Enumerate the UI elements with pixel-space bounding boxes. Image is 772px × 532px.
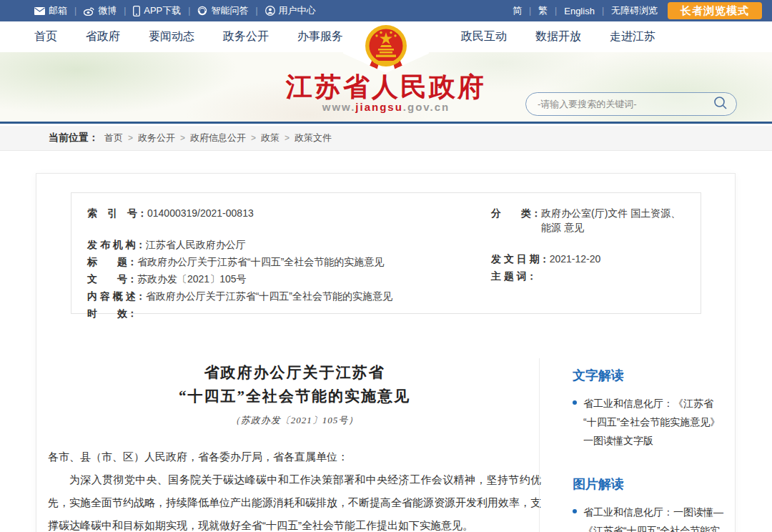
meta-label: 分 类： bbox=[491, 206, 541, 235]
breadcrumb-home[interactable]: 首页 bbox=[104, 132, 123, 144]
smart-qa-link[interactable]: 智能问答 bbox=[197, 4, 248, 17]
sidebar: 文字解读 省工业和信息化厅：《江苏省“十四五”全社会节能实施意见》一图读懂文字版… bbox=[573, 367, 726, 532]
breadcrumb-label: 当前位置： bbox=[49, 132, 99, 144]
search-icon bbox=[713, 96, 728, 112]
weibo-icon bbox=[84, 6, 94, 16]
accessibility-link[interactable]: 无障碍浏览 bbox=[611, 4, 658, 17]
meta-label: 标 题： bbox=[87, 255, 137, 269]
separator: | bbox=[529, 6, 531, 16]
search-input[interactable] bbox=[538, 99, 713, 109]
breadcrumb-policy-docs[interactable]: 政策文件 bbox=[295, 132, 332, 144]
chat-robot-icon bbox=[197, 6, 207, 16]
article-paragraph-salutation: 各市、县（市、区）人民政府，省各委办厅局，省各直属单位： bbox=[48, 445, 541, 468]
sidebar-link-text: 省工业和信息化厅：一图读懂—《江苏省“十四五”全社会节能实施意见》 bbox=[583, 503, 726, 532]
sidebar-section-title[interactable]: 图片解读 bbox=[573, 476, 726, 493]
site-url-domain: jiangsu bbox=[355, 101, 403, 113]
meta-value: 省政府办公厅关于江苏省“十四五”全社会节能的实施意见 bbox=[146, 289, 392, 303]
nav-item-news[interactable]: 要闻动态 bbox=[149, 29, 194, 44]
article-title: 省政府办公厅关于江苏省 “十四五”全社会节能的实施意见 bbox=[48, 361, 541, 408]
meta-row-category: 分 类： 政府办公室(厅)文件 国土资源、能源 意见 bbox=[491, 206, 688, 235]
meta-row-validity: 时 效： bbox=[87, 306, 473, 320]
separator: | bbox=[602, 6, 604, 16]
meta-value: 江苏省人民政府办公厅 bbox=[146, 237, 246, 252]
meta-row-issuer: 发 布 机 构： 江苏省人民政府办公厅 bbox=[87, 237, 473, 252]
meta-row-summary: 内 容 概 述： 省政府办公厅关于江苏省“十四五”全社会节能的实施意见 bbox=[87, 289, 473, 303]
meta-value: 014000319/2021-00813 bbox=[147, 206, 254, 220]
nav-item-gov-affairs[interactable]: 政务公开 bbox=[223, 29, 269, 44]
nav-right-group: 政民互动 数据开放 走进江苏 bbox=[461, 21, 655, 52]
sidebar-section-title[interactable]: 文字解读 bbox=[573, 367, 726, 384]
separator: | bbox=[188, 6, 190, 16]
separator: | bbox=[74, 6, 76, 16]
search-button[interactable] bbox=[713, 96, 728, 112]
breadcrumb-info-disclosure[interactable]: 政府信息公开 bbox=[190, 132, 246, 144]
mail-label: 邮箱 bbox=[49, 4, 67, 17]
breadcrumb-separator: > bbox=[251, 133, 256, 143]
mail-icon bbox=[34, 7, 45, 15]
sidebar-section-image-interpretation: 图片解读 省工业和信息化厅：一图读懂—《江苏省“十四五”全社会节能实施意见》 bbox=[573, 476, 726, 532]
meta-row-index-no: 索 引 号： 014000319/2021-00813 bbox=[87, 206, 473, 220]
national-emblem-icon bbox=[362, 21, 410, 73]
document-meta-box: 索 引 号： 014000319/2021-00813 发 布 机 构： 江苏省… bbox=[71, 192, 701, 314]
sidebar-section-text-interpretation: 文字解读 省工业和信息化厅：《江苏省“十四五”全社会节能实施意见》一图读懂文字版 bbox=[573, 367, 726, 450]
article: 省政府办公厅关于江苏省 “十四五”全社会节能的实施意见 （苏政办发〔2021〕1… bbox=[48, 361, 541, 532]
meta-left-column: 索 引 号： 014000319/2021-00813 发 布 机 构： 江苏省… bbox=[87, 206, 473, 323]
meta-row-title: 标 题： 省政府办公厅关于江苏省“十四五”全社会节能的实施意见 bbox=[87, 255, 473, 269]
meta-row-doc-number: 文 号： 苏政办发〔2021〕105号 bbox=[87, 272, 473, 286]
nav-item-interaction[interactable]: 政民互动 bbox=[461, 29, 507, 44]
nav-left-group: 首页 省政府 要闻动态 政务公开 办事服务 bbox=[34, 21, 343, 52]
phone-icon bbox=[133, 6, 140, 16]
page: 邮箱 | 微博 | APP下载 | 智能问答 | 用户中心 bbox=[0, 0, 772, 532]
separator: | bbox=[124, 6, 126, 16]
breadcrumb-gov-affairs[interactable]: 政务公开 bbox=[138, 132, 175, 144]
meta-label: 索 引 号： bbox=[87, 206, 147, 220]
lang-traditional[interactable]: 繁 bbox=[538, 4, 548, 17]
sidebar-link-item[interactable]: 省工业和信息化厅：《江苏省“十四五”全社会节能实施意见》一图读懂文字版 bbox=[573, 394, 726, 450]
nav-item-open-data[interactable]: 数据开放 bbox=[535, 29, 581, 44]
topbar-links: 邮箱 | 微博 | APP下载 | 智能问答 | 用户中心 bbox=[34, 4, 316, 17]
meta-label: 文 号： bbox=[87, 272, 137, 286]
meta-value: 政府办公室(厅)文件 国土资源、能源 意见 bbox=[541, 206, 688, 235]
site-url-prefix: www. bbox=[322, 101, 356, 113]
nav-item-provincial-gov[interactable]: 省政府 bbox=[86, 29, 120, 44]
content-sidebar-divider bbox=[539, 358, 540, 532]
bullet-icon bbox=[573, 400, 577, 405]
sidebar-link-item[interactable]: 省工业和信息化厅：一图读懂—《江苏省“十四五”全社会节能实施意见》 bbox=[573, 503, 726, 532]
meta-label: 发 文 日 期： bbox=[491, 252, 550, 266]
lang-english[interactable]: English bbox=[564, 6, 595, 16]
site-url-suffix: .gov.cn bbox=[403, 101, 450, 113]
lang-simplified[interactable]: 简 bbox=[513, 4, 522, 17]
app-download-link[interactable]: APP下载 bbox=[133, 4, 181, 17]
meta-value: 2021-12-20 bbox=[550, 252, 601, 266]
meta-row-issue-date: 发 文 日 期： 2021-12-20 bbox=[491, 252, 688, 266]
nav-item-into-jiangsu[interactable]: 走进江苏 bbox=[610, 29, 655, 44]
user-icon bbox=[265, 6, 275, 16]
article-paragraph-intro: 为深入贯彻党中央、国务院关于碳达峰碳中和工作决策部署和中央经济工作会议精神，坚持… bbox=[48, 468, 541, 532]
meta-value: 苏政办发〔2021〕105号 bbox=[137, 272, 247, 286]
weibo-link[interactable]: 微博 bbox=[84, 4, 117, 17]
search-box bbox=[525, 92, 737, 116]
meta-label: 发 布 机 构： bbox=[87, 237, 146, 252]
mail-link[interactable]: 邮箱 bbox=[34, 4, 67, 17]
breadcrumb-separator: > bbox=[180, 133, 185, 143]
article-doc-number: （苏政办发〔2021〕105号） bbox=[48, 414, 541, 427]
elder-mode-button[interactable]: 长者浏览模式 bbox=[668, 2, 762, 19]
meta-value: 省政府办公厅关于江苏省“十四五”全社会节能的实施意见 bbox=[137, 255, 384, 269]
breadcrumb-policy[interactable]: 政策 bbox=[261, 132, 279, 144]
user-center-link[interactable]: 用户中心 bbox=[265, 4, 316, 17]
article-title-line2: “十四五”全社会节能的实施意见 bbox=[48, 385, 541, 408]
meta-label: 时 效： bbox=[87, 306, 137, 320]
breadcrumb-separator: > bbox=[128, 133, 133, 143]
meta-label: 主 题 词： bbox=[491, 269, 537, 283]
breadcrumb: 当前位置： 首页 > 政务公开 > 政府信息公开 > 政策 > 政策文件 bbox=[0, 126, 772, 151]
article-title-line1: 省政府办公厅关于江苏省 bbox=[48, 361, 541, 385]
nav-item-services[interactable]: 办事服务 bbox=[297, 29, 343, 44]
user-center-label: 用户中心 bbox=[279, 4, 316, 17]
separator: | bbox=[555, 6, 557, 16]
nav-item-home[interactable]: 首页 bbox=[34, 29, 57, 44]
app-download-label: APP下载 bbox=[144, 4, 181, 17]
top-utility-bar: 邮箱 | 微博 | APP下载 | 智能问答 | 用户中心 bbox=[0, 0, 772, 21]
separator: | bbox=[255, 6, 257, 16]
meta-right-column: 分 类： 政府办公室(厅)文件 国土资源、能源 意见 发 文 日 期： 2021… bbox=[491, 206, 688, 286]
bullet-icon bbox=[573, 509, 577, 513]
